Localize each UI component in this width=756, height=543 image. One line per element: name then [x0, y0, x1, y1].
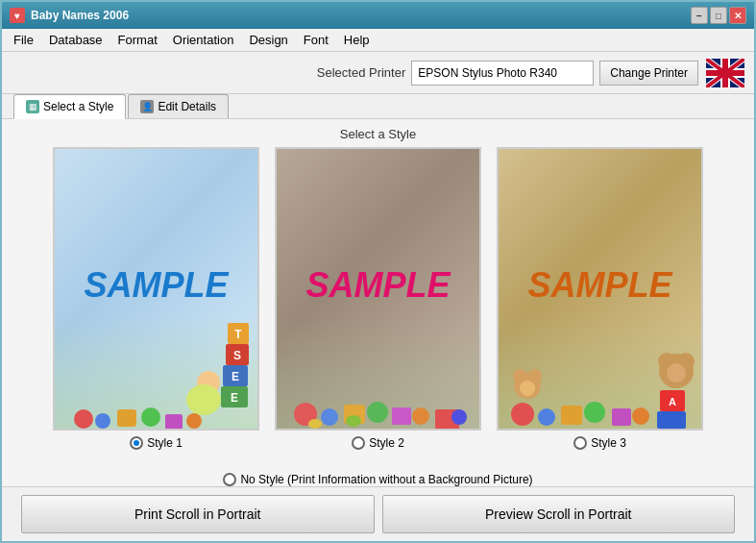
- style1-radio-row: Style 1: [130, 436, 183, 450]
- svg-rect-29: [392, 407, 411, 425]
- svg-text:E: E: [232, 370, 239, 383]
- style-preview-2[interactable]: SAMPLE: [275, 147, 481, 431]
- no-style-radio[interactable]: [223, 473, 236, 486]
- svg-point-22: [141, 407, 160, 427]
- menu-database[interactable]: Database: [41, 31, 110, 49]
- menu-orientation[interactable]: Orientation: [165, 31, 242, 49]
- svg-point-47: [632, 407, 649, 425]
- svg-point-49: [513, 369, 526, 383]
- app-icon: ♥: [10, 8, 25, 23]
- toolbar: Selected Printer Change Printer: [2, 52, 754, 94]
- svg-point-19: [74, 409, 93, 429]
- person-icon: 👤: [140, 100, 154, 113]
- style2-radio[interactable]: [352, 436, 365, 450]
- menu-format[interactable]: Format: [110, 31, 165, 49]
- svg-point-26: [321, 408, 338, 426]
- content-title: Select a Style: [2, 119, 754, 147]
- printer-input[interactable]: [411, 61, 594, 86]
- title-bar: ♥ Baby Names 2006 − □ ✕: [2, 2, 754, 29]
- menu-file[interactable]: File: [6, 31, 41, 49]
- svg-point-30: [412, 407, 429, 425]
- style-card-2: SAMPLE: [275, 147, 481, 469]
- style2-radio-row: Style 2: [352, 436, 404, 450]
- tabs-row: ▦ Select a Style 👤 Edit Details: [2, 94, 754, 119]
- svg-point-28: [367, 402, 388, 423]
- style-preview-1[interactable]: SAMPLE T S E E: [53, 147, 259, 431]
- svg-point-42: [511, 403, 534, 426]
- bottom-bar: Print Scroll in Portrait Preview Scroll …: [2, 486, 754, 541]
- close-button[interactable]: ✕: [729, 7, 746, 24]
- no-style-row: No Style (Print Information without a Ba…: [2, 473, 754, 486]
- sample-text-3: SAMPLE: [527, 264, 671, 305]
- menu-help[interactable]: Help: [336, 31, 378, 49]
- grid-icon: ▦: [26, 100, 39, 113]
- style-card-3: SAMPLE A: [497, 147, 703, 469]
- style1-decor: T S E E: [55, 313, 257, 429]
- styles-grid: SAMPLE T S E E: [2, 147, 754, 469]
- style2-decor: [277, 313, 479, 429]
- printer-label: Selected Printer: [317, 65, 406, 80]
- minimize-button[interactable]: −: [691, 7, 708, 24]
- style3-radio[interactable]: [573, 436, 587, 450]
- sample-text-1: SAMPLE: [84, 264, 228, 305]
- menu-design[interactable]: Design: [241, 31, 295, 49]
- content-area: Select a Style SAMPLE T S: [2, 119, 754, 486]
- svg-text:A: A: [669, 396, 676, 407]
- svg-point-24: [186, 413, 202, 429]
- style3-toys-svg: A: [499, 313, 703, 429]
- menu-font[interactable]: Font: [296, 31, 336, 49]
- print-button[interactable]: Print Scroll in Portrait: [21, 495, 375, 533]
- svg-rect-21: [117, 409, 136, 427]
- style3-decor: A: [499, 313, 701, 429]
- preview-button[interactable]: Preview Scroll in Portrait: [382, 495, 736, 533]
- svg-rect-23: [165, 414, 183, 429]
- tab-select-style-label: Select a Style: [43, 100, 113, 113]
- svg-point-45: [584, 402, 605, 423]
- menu-bar: File Database Format Orientation Design …: [2, 29, 754, 52]
- svg-text:S: S: [233, 349, 241, 362]
- style1-label: Style 1: [147, 436, 183, 450]
- tab-select-style[interactable]: ▦ Select a Style: [13, 94, 126, 119]
- style2-label: Style 2: [369, 436, 404, 450]
- svg-point-32: [451, 409, 467, 425]
- main-window: ♥ Baby Names 2006 − □ ✕ File Database Fo…: [0, 0, 756, 543]
- svg-point-51: [520, 381, 535, 396]
- svg-point-43: [538, 408, 555, 426]
- tab-edit-details-label: Edit Details: [158, 100, 216, 113]
- svg-point-20: [95, 413, 110, 429]
- svg-point-38: [667, 363, 686, 383]
- svg-text:E: E: [231, 391, 238, 405]
- svg-point-50: [528, 369, 542, 383]
- uk-flag-icon: [706, 59, 744, 87]
- svg-point-34: [308, 419, 322, 429]
- style1-toys-svg: T S E E: [55, 313, 259, 429]
- style2-toys-svg: [277, 313, 481, 429]
- style-preview-3[interactable]: SAMPLE A: [497, 147, 703, 431]
- no-style-label: No Style (Print Information without a Ba…: [240, 473, 532, 486]
- style3-radio-row: Style 3: [573, 436, 626, 450]
- tab-edit-details[interactable]: 👤 Edit Details: [128, 94, 229, 118]
- window-title: Baby Names 2006: [31, 9, 691, 22]
- svg-rect-46: [612, 408, 631, 426]
- style3-label: Style 3: [591, 436, 626, 450]
- style1-radio[interactable]: [130, 436, 143, 450]
- svg-point-33: [346, 415, 361, 427]
- style-card-1: SAMPLE T S E E: [53, 147, 259, 469]
- window-controls: − □ ✕: [691, 7, 746, 24]
- sample-text-2: SAMPLE: [305, 264, 450, 305]
- svg-point-18: [186, 384, 221, 415]
- change-printer-button[interactable]: Change Printer: [599, 61, 698, 86]
- svg-rect-44: [561, 406, 582, 425]
- svg-text:T: T: [234, 328, 242, 341]
- maximize-button[interactable]: □: [710, 7, 727, 24]
- svg-rect-41: [657, 411, 686, 429]
